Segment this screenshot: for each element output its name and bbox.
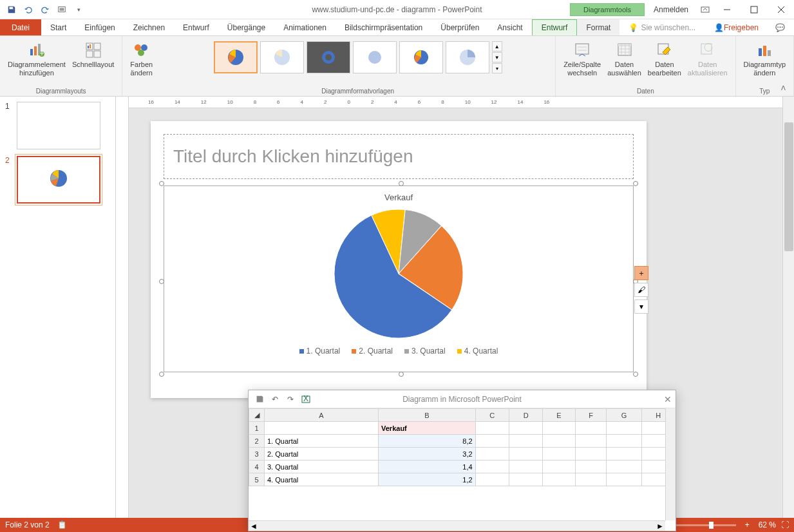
slide-count-status[interactable]: Folie 2 von 2	[5, 520, 50, 529]
select-all-cell[interactable]: ◢	[249, 409, 265, 422]
pie-chart[interactable]	[308, 184, 488, 363]
vertical-scrollbar[interactable]	[782, 97, 794, 518]
tab-start[interactable]: Start	[41, 19, 75, 35]
slide-number-1: 1	[5, 102, 13, 149]
cell-a5[interactable]: 4. Quartal	[265, 473, 379, 486]
plus-icon: ＋	[638, 268, 645, 279]
ds-redo-button[interactable]: ↷	[283, 392, 298, 406]
chart-style-6[interactable]	[446, 41, 489, 73]
fit-to-window-button[interactable]: ⛶	[781, 520, 789, 529]
cell-a3[interactable]: 2. Quartal	[265, 448, 379, 461]
start-from-beginning-button[interactable]	[54, 2, 70, 17]
slide-thumbnail-2[interactable]	[17, 156, 100, 204]
cell-b1[interactable]: Verkauf	[379, 422, 476, 435]
legend-item[interactable]: 1. Quartal	[299, 347, 341, 356]
col-header-d[interactable]: D	[509, 409, 542, 422]
minimize-button[interactable]	[714, 1, 740, 19]
tab-animations[interactable]: Animationen	[274, 19, 336, 35]
chart-filters-button[interactable]: ▾	[634, 299, 648, 314]
col-header-g[interactable]: G	[607, 409, 641, 422]
style-gallery-more[interactable]: ▾	[492, 63, 502, 73]
tab-file[interactable]: Datei	[0, 19, 41, 35]
chart-elements-button[interactable]: ＋	[634, 266, 648, 280]
svg-rect-33	[768, 50, 771, 56]
col-header-b[interactable]: B	[379, 409, 476, 422]
legend-item[interactable]: 4. Quartal	[457, 347, 498, 356]
svg-point-23	[368, 51, 381, 64]
data-grid[interactable]: ◢ A B C D E F G H 1Verkauf 21. Quartal8,…	[249, 408, 676, 486]
horizontal-ruler[interactable]: 1614121086420246810121416	[129, 97, 782, 108]
close-button[interactable]	[768, 1, 794, 19]
chart-styles-button[interactable]: 🖌	[634, 283, 648, 297]
col-header-e[interactable]: E	[543, 409, 575, 422]
tell-me-search[interactable]: 💡Sie wünschen...	[619, 19, 704, 35]
ds-horizontal-scrollbar[interactable]: ◄►	[249, 520, 665, 531]
edit-data-button[interactable]: Daten bearbeiten	[645, 39, 684, 79]
save-button[interactable]	[4, 2, 19, 17]
change-chart-type-button[interactable]: Diagrammtyp ändern	[741, 39, 788, 79]
cell-b5[interactable]: 1,2	[379, 473, 476, 486]
slide-panel[interactable]: 1 2	[0, 97, 116, 518]
tab-chart-format[interactable]: Format	[577, 19, 619, 35]
tab-transitions[interactable]: Übergänge	[218, 19, 274, 35]
data-sheet-titlebar[interactable]: ↶ ↷ X Diagramm in Microsoft PowerPoint ✕	[249, 390, 676, 408]
ds-save-button[interactable]	[252, 392, 267, 406]
chart-style-3[interactable]	[307, 41, 350, 73]
switch-row-column-button[interactable]: Zeile/Spalte wechseln	[561, 39, 603, 79]
tab-view[interactable]: Ansicht	[488, 19, 531, 35]
collapse-ribbon-button[interactable]: ᐱ	[781, 84, 791, 95]
slide-thumbnail-1[interactable]	[17, 102, 100, 149]
add-chart-element-button[interactable]: + Diagrammelement hinzufügen	[5, 39, 68, 79]
share-button[interactable]: 👤 Freigeben	[706, 19, 766, 35]
slide-canvas[interactable]: Titel durch Klicken hinzufügen Verkauf 1…	[151, 121, 647, 398]
select-data-button[interactable]: Daten auswählen	[605, 39, 644, 79]
qat-customize-dropdown[interactable]: ▾	[71, 2, 86, 17]
tab-draw[interactable]: Zeichnen	[124, 19, 174, 35]
cell-b2[interactable]: 8,2	[379, 435, 476, 448]
ds-undo-button[interactable]: ↶	[268, 392, 282, 406]
change-colors-button[interactable]: Farben ändern	[128, 39, 155, 79]
chart-style-5[interactable]	[399, 41, 443, 73]
sign-in-link[interactable]: Anmelden	[646, 5, 696, 14]
ribbon-display-options[interactable]	[697, 2, 713, 17]
comments-button[interactable]: 💬	[766, 19, 794, 35]
redo-button[interactable]	[37, 2, 53, 17]
legend-item[interactable]: 3. Quartal	[404, 347, 446, 356]
cell-b3[interactable]: 3,2	[379, 448, 476, 461]
ds-excel-button[interactable]: X	[299, 392, 313, 406]
zoom-level[interactable]: 62 %	[759, 520, 776, 529]
ds-close-button[interactable]: ✕	[664, 394, 672, 404]
chart-object[interactable]: Verkauf 1. Quartal2. Quartal3. Quartal4.…	[164, 185, 634, 372]
quick-layout-button[interactable]: Schnelllayout	[70, 39, 117, 79]
undo-button[interactable]	[21, 2, 36, 17]
chart-tools-contextual-tab: Diagrammtools	[570, 3, 645, 16]
chart-style-2[interactable]	[260, 41, 304, 73]
svg-rect-15	[90, 44, 91, 48]
maximize-button[interactable]	[741, 1, 767, 19]
cell-a1[interactable]	[265, 422, 379, 435]
ds-vertical-scrollbar[interactable]	[665, 408, 676, 520]
col-header-f[interactable]: F	[575, 409, 607, 422]
chart-style-4[interactable]	[353, 41, 397, 73]
col-header-c[interactable]: C	[475, 409, 509, 422]
vertical-ruler[interactable]	[116, 97, 129, 518]
svg-rect-32	[763, 46, 766, 56]
chart-data-sheet[interactable]: ↶ ↷ X Diagramm in Microsoft PowerPoint ✕…	[248, 390, 676, 531]
cell-a2[interactable]: 1. Quartal	[265, 435, 379, 448]
cell-a4[interactable]: 3. Quartal	[265, 461, 379, 473]
tab-slideshow[interactable]: Bildschirmpräsentation	[336, 19, 431, 35]
cell-b4[interactable]: 1,4	[379, 461, 476, 473]
title-placeholder[interactable]: Titel durch Klicken hinzufügen	[164, 134, 634, 179]
style-gallery-up[interactable]: ▲	[492, 41, 502, 52]
zoom-slider[interactable]	[672, 524, 736, 526]
tab-insert[interactable]: Einfügen	[75, 19, 124, 35]
tab-chart-design[interactable]: Entwurf	[532, 19, 578, 35]
tab-review[interactable]: Überprüfen	[431, 19, 488, 35]
svg-point-22	[325, 54, 332, 61]
col-header-a[interactable]: A	[265, 409, 379, 422]
svg-rect-1	[60, 8, 64, 10]
tab-design[interactable]: Entwurf	[174, 19, 218, 35]
chart-style-1[interactable]	[214, 41, 258, 73]
style-gallery-down[interactable]: ▼	[492, 52, 502, 62]
notes-button[interactable]: 📋	[57, 520, 67, 529]
